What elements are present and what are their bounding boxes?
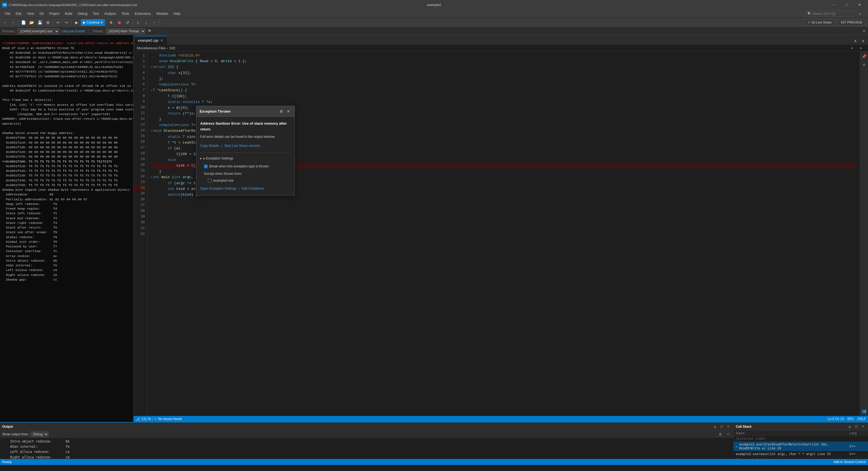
bottom-area: Output ▲ ⊡ ✕ Show output from: Debug 🗑 ⏎… — [0, 422, 868, 459]
open-exception-settings-link[interactable]: Open Exception Settings — [200, 186, 237, 192]
thread-flag-icon[interactable]: ⚑ — [148, 29, 151, 34]
tab-close-icon[interactable]: ✕ — [160, 38, 163, 43]
step-over-button[interactable]: ⤵ — [134, 19, 142, 26]
call-stack-columns: Name Lang — [734, 431, 868, 436]
source-control-icon[interactable]: ⎇ — [136, 417, 140, 421]
call-stack-maximize-button[interactable]: ▲ — [847, 424, 852, 430]
thread-dropdown[interactable]: [30264] Main Thread — [105, 28, 145, 34]
menu-build[interactable]: Build — [62, 11, 75, 17]
back-button[interactable]: ← — [1, 19, 9, 26]
breadcrumb-down-icon[interactable]: ∨ — [857, 44, 865, 52]
process-dropdown[interactable]: [13464] example2.exe — [17, 28, 59, 34]
code-editor[interactable]: 1 2 3 4 5 6 7 8 9 10 11 12 13 14 15 16 1… — [133, 52, 868, 416]
call-stack-frame-2: example2.exe!main(int argc, char * * arg… — [736, 452, 848, 456]
undo-button[interactable]: ↩ — [54, 19, 62, 26]
call-stack-row-external-2[interactable]: [External Code] — [734, 457, 868, 459]
menu-analyze[interactable]: Analyze — [102, 11, 119, 17]
settings-gear-icon[interactable]: ⚙ — [863, 29, 866, 33]
menu-window[interactable]: Window — [154, 11, 171, 17]
exception-settings-toggle[interactable]: ▸ ▸ Exception Settings — [200, 156, 291, 161]
pause-button[interactable]: ⏸ — [107, 19, 115, 26]
output-float-button[interactable]: ⊡ — [718, 424, 724, 430]
search-bar[interactable]: 🔍 Search (Ctrl+Q) — [805, 11, 854, 17]
minimize-button[interactable]: − — [828, 0, 840, 9]
maximize-button[interactable]: □ — [841, 0, 853, 9]
search-button[interactable]: ⌕ — [856, 10, 864, 18]
call-stack-close-button[interactable]: ✕ — [860, 424, 866, 430]
save-button[interactable]: 💾 — [36, 19, 43, 26]
output-clear-button[interactable]: 🗑 — [717, 431, 723, 437]
breadcrumb-up-icon[interactable]: ∧ — [848, 44, 856, 52]
int-preview-button[interactable]: INT PREVIEW — [838, 19, 865, 26]
save-all-button[interactable]: ⊞ — [44, 19, 52, 26]
run-config-btn[interactable]: ▶ — [73, 19, 80, 26]
menu-tools[interactable]: Tools — [119, 11, 132, 17]
breadcrumb-s32[interactable]: S32 — [169, 46, 175, 50]
output-panel-controls: ▲ ⊡ ✕ — [712, 424, 731, 430]
call-stack-row-external-1[interactable]: [External Code] — [734, 436, 868, 442]
output-content[interactable]: Intra object redzone: bb ASan internal: … — [0, 438, 733, 459]
menu-extensions[interactable]: Extensions — [132, 11, 154, 17]
breadcrumb-misc-files[interactable]: Miscellaneous Files — [137, 46, 166, 50]
menu-project[interactable]: Project — [46, 11, 62, 17]
live-share-icon: ↗ — [807, 21, 810, 24]
exception-header: Exception Thrown ⊞ ✕ — [196, 106, 294, 117]
menu-view[interactable]: View — [24, 11, 37, 17]
menu-test[interactable]: Test — [90, 11, 102, 17]
call-stack-float-button[interactable]: ⊡ — [853, 424, 859, 430]
exception-pin-button[interactable]: ⊞ — [278, 108, 284, 114]
exception-close-button[interactable]: ✕ — [285, 108, 291, 114]
output-source-dropdown[interactable]: Debug — [30, 432, 49, 437]
continue-button[interactable]: ▶ Continue ▾ — [81, 19, 105, 26]
menu-debug[interactable]: Debug — [75, 11, 90, 17]
status-right: Add to Source Control — [833, 460, 866, 464]
menu-file[interactable]: File — [2, 11, 13, 17]
live-share-button[interactable]: ↗ 16 Live Share — [804, 19, 835, 26]
step-into-button[interactable]: ↓ — [142, 19, 150, 26]
copy-details-link[interactable]: Copy Details — [200, 143, 219, 149]
toolbar-sep-5 — [132, 20, 133, 25]
call-stack-row-stack-use[interactable]: ▶ example2.exe!StackUseAfterReturn<char>… — [734, 442, 868, 451]
team-explorer-icon[interactable]: 👥 — [860, 407, 868, 415]
solution-explorer-icon[interactable]: ⊞ — [860, 61, 868, 68]
scroll-down-icon[interactable]: ∨ — [859, 37, 867, 45]
add-source-control-button[interactable]: Add to Source Control — [833, 460, 866, 464]
output-wrap-button[interactable]: ⏎ — [725, 431, 731, 437]
no-issues-label: No issues found — [158, 417, 182, 421]
redo-button[interactable]: ↪ — [63, 19, 70, 26]
chevron-down-icon: ▸ — [200, 156, 202, 161]
menu-edit[interactable]: Edit — [13, 11, 24, 17]
step-out-button[interactable]: ↑ — [150, 19, 158, 26]
close-button[interactable]: ✕ — [854, 0, 866, 9]
code-content[interactable]: #include <stdlib.h> enum ReadOrWrite { R… — [147, 52, 860, 416]
pin-icon[interactable]: 📌 — [860, 53, 868, 60]
start-live-share-link[interactable]: Start Live Share session… — [224, 143, 263, 149]
call-stack-lang-3: C++ — [849, 452, 866, 456]
stop-button[interactable]: ⏹ — [116, 19, 123, 26]
link-separator-1: | — [221, 143, 222, 149]
tab-example2-cpp[interactable]: example2.cpp ✕ — [135, 36, 167, 45]
output-maximize-button[interactable]: ▲ — [712, 424, 718, 430]
restart-button[interactable]: ↺ — [124, 19, 131, 26]
call-stack-row-main[interactable]: example2.exe!main(int argc, char * * arg… — [734, 451, 868, 457]
ln-col-indicator[interactable]: Ln 5 Ch 13 — [828, 417, 844, 421]
edit-conditions-link[interactable]: Edit Conditions — [242, 186, 264, 192]
output-line-1: Intra object redzone: bb — [2, 439, 731, 444]
scroll-up-icon[interactable]: ∧ — [851, 37, 859, 45]
output-tab[interactable]: Output — [2, 425, 13, 429]
thread-label: Thread: — [92, 29, 103, 33]
open-button[interactable]: 📂 — [28, 19, 35, 26]
forward-button[interactable]: → — [9, 19, 17, 26]
debug-output-content[interactable]: ==13464==ERROR: AddressSanitizer: stack-… — [0, 35, 133, 422]
lifecycle-events-link[interactable]: Lifecycle Events — [61, 29, 85, 33]
call-stack-tab[interactable]: Call Stack — [736, 425, 751, 429]
crlf-indicator[interactable]: CRLF — [857, 417, 866, 421]
output-close-button[interactable]: ✕ — [725, 424, 731, 430]
break-exception-checkbox[interactable] — [204, 165, 208, 168]
menu-help[interactable]: Help — [171, 11, 183, 17]
new-file-button[interactable]: 📄 — [20, 19, 27, 26]
menu-git[interactable]: Git — [37, 11, 46, 17]
spc-indicator[interactable]: SPC — [847, 417, 854, 421]
except-from-checkbox[interactable] — [208, 179, 212, 182]
code-line-6: char x[32]; — [151, 70, 857, 76]
